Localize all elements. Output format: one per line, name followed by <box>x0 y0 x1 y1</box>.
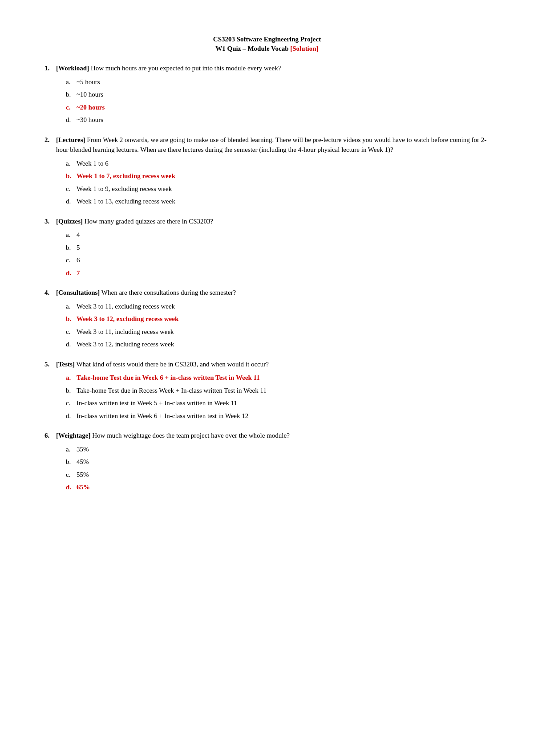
question-3-option-3-letter: c. <box>66 255 73 265</box>
question-2-option-2: b.Week 1 to 7, excluding recess week <box>66 171 490 181</box>
question-3: 3.[Quizzes] How many graded quizzes are … <box>44 216 490 278</box>
question-4-text: [Consultations] When are there consultat… <box>56 288 490 298</box>
question-1-option-1-text: ~5 hours <box>77 77 490 87</box>
page-subtitle: W1 Quiz – Module Vocab [Solution] <box>44 45 490 53</box>
question-3-option-4-letter: d. <box>66 268 73 278</box>
question-5-option-1: a.Take-home Test due in Week 6 + in-clas… <box>66 373 490 383</box>
question-4-option-4: d.Week 3 to 12, including recess week <box>66 339 490 350</box>
question-2-option-1: a.Week 1 to 6 <box>66 159 490 169</box>
question-2-option-3-letter: c. <box>66 184 73 194</box>
question-3-option-1-letter: a. <box>66 230 73 240</box>
question-2-text: [Lectures] From Week 2 onwards, we are g… <box>56 135 490 155</box>
question-1-option-2-letter: b. <box>66 89 73 100</box>
question-3-text: [Quizzes] How many graded quizzes are th… <box>56 216 490 227</box>
question-5-option-3-letter: c. <box>66 398 73 408</box>
question-6-header: 6.[Weightage] How much weightage does th… <box>44 431 490 441</box>
question-3-options: a.4b.5c.6d.7 <box>66 230 490 278</box>
question-1-option-4: d.~30 hours <box>66 115 490 125</box>
question-3-option-4: d.7 <box>66 268 490 278</box>
question-6-option-1-text: 35% <box>77 444 490 455</box>
question-1-options: a.~5 hoursb.~10 hoursc.~20 hoursd.~30 ho… <box>66 77 490 125</box>
question-6-option-1-letter: a. <box>66 444 73 455</box>
solution-badge: [Solution] <box>290 45 318 52</box>
question-2-option-4-text: Week 1 to 13, excluding recess week <box>77 196 490 207</box>
question-3-number: 3. <box>44 216 53 227</box>
question-6-category: [Weightage] <box>56 432 90 439</box>
question-5-option-1-letter: a. <box>66 373 73 383</box>
questions-list: 1.[Workload] How much hours are you expe… <box>44 63 490 492</box>
question-6-option-4-text: 65% <box>77 482 490 492</box>
page-header: CS3203 Software Engineering Project W1 Q… <box>44 36 490 53</box>
question-6-option-3-letter: c. <box>66 470 73 480</box>
question-1-option-3-text: ~20 hours <box>77 102 490 113</box>
question-4-option-1-text: Week 3 to 11, excluding recess week <box>77 301 490 312</box>
question-1-text: [Workload] How much hours are you expect… <box>56 63 490 73</box>
question-2-option-1-text: Week 1 to 6 <box>77 159 490 169</box>
question-1-option-4-letter: d. <box>66 115 73 125</box>
question-6-option-2-text: 45% <box>77 457 490 467</box>
question-4-option-3-text: Week 3 to 11, including recess week <box>77 327 490 337</box>
question-5-header: 5.[Tests] What kind of tests would there… <box>44 359 490 370</box>
question-6-number: 6. <box>44 431 53 441</box>
question-5-option-2-letter: b. <box>66 386 73 396</box>
question-1-option-2-text: ~10 hours <box>77 89 490 100</box>
question-4-option-3-letter: c. <box>66 327 73 337</box>
question-4-header: 4.[Consultations] When are there consult… <box>44 288 490 298</box>
question-6-option-2: b.45% <box>66 457 490 467</box>
question-5-option-2: b.Take-home Test due in Recess Week + In… <box>66 386 490 396</box>
question-6-options: a.35%b.45%c.55%d.65% <box>66 444 490 492</box>
question-2-option-3-text: Week 1 to 9, excluding recess week <box>77 184 490 194</box>
question-5-option-4-text: In-class written test in Week 6 + In-cla… <box>77 411 490 421</box>
question-5-text: [Tests] What kind of tests would there b… <box>56 359 490 370</box>
question-4-option-4-text: Week 3 to 12, including recess week <box>77 339 490 350</box>
question-1-option-4-text: ~30 hours <box>77 115 490 125</box>
subtitle-prefix: W1 Quiz – Module Vocab <box>215 45 290 52</box>
question-2-option-2-letter: b. <box>66 171 73 181</box>
question-2-options: a.Week 1 to 6b.Week 1 to 7, excluding re… <box>66 159 490 207</box>
question-1-category: [Workload] <box>56 65 89 72</box>
question-3-option-2-letter: b. <box>66 243 73 253</box>
question-3-option-4-text: 7 <box>77 268 490 278</box>
question-2-number: 2. <box>44 135 53 155</box>
question-3-option-1: a.4 <box>66 230 490 240</box>
question-2-option-2-text: Week 1 to 7, excluding recess week <box>77 171 490 181</box>
question-4-option-2: b.Week 3 to 12, excluding recess week <box>66 314 490 324</box>
question-5-option-3-text: In-class written test in Week 5 + In-cla… <box>77 398 490 408</box>
question-2-option-3: c.Week 1 to 9, excluding recess week <box>66 184 490 194</box>
question-5-number: 5. <box>44 359 53 370</box>
question-5-options: a.Take-home Test due in Week 6 + in-clas… <box>66 373 490 421</box>
question-5-option-4-letter: d. <box>66 411 73 421</box>
question-4-options: a.Week 3 to 11, excluding recess weekb.W… <box>66 301 490 350</box>
question-5-option-1-text: Take-home Test due in Week 6 + in-class … <box>77 373 490 383</box>
question-1-number: 1. <box>44 63 53 73</box>
question-1-option-3-letter: c. <box>66 102 73 113</box>
question-1-header: 1.[Workload] How much hours are you expe… <box>44 63 490 73</box>
question-3-category: [Quizzes] <box>56 218 83 225</box>
question-5-option-2-text: Take-home Test due in Recess Week + In-c… <box>77 386 490 396</box>
question-2-option-1-letter: a. <box>66 159 73 169</box>
question-2-category: [Lectures] <box>56 136 85 143</box>
question-1-option-1-letter: a. <box>66 77 73 87</box>
question-2: 2.[Lectures] From Week 2 onwards, we are… <box>44 135 490 207</box>
question-1-option-3: c.~20 hours <box>66 102 490 113</box>
question-4-option-4-letter: d. <box>66 339 73 350</box>
page-title: CS3203 Software Engineering Project <box>44 36 490 43</box>
question-4-option-2-letter: b. <box>66 314 73 324</box>
question-5-category: [Tests] <box>56 361 75 368</box>
question-4-option-1: a.Week 3 to 11, excluding recess week <box>66 301 490 312</box>
question-4-option-2-text: Week 3 to 12, excluding recess week <box>77 314 490 324</box>
question-6-option-2-letter: b. <box>66 457 73 467</box>
question-1-option-1: a.~5 hours <box>66 77 490 87</box>
question-4: 4.[Consultations] When are there consult… <box>44 288 490 350</box>
question-5: 5.[Tests] What kind of tests would there… <box>44 359 490 421</box>
question-3-option-3-text: 6 <box>77 255 490 265</box>
question-1: 1.[Workload] How much hours are you expe… <box>44 63 490 125</box>
question-6-option-4-letter: d. <box>66 482 73 492</box>
question-4-number: 4. <box>44 288 53 298</box>
question-2-option-4: d.Week 1 to 13, excluding recess week <box>66 196 490 207</box>
question-4-option-1-letter: a. <box>66 301 73 312</box>
question-4-option-3: c.Week 3 to 11, including recess week <box>66 327 490 337</box>
question-3-option-2: b.5 <box>66 243 490 253</box>
question-6-option-1: a.35% <box>66 444 490 455</box>
question-6-option-4: d.65% <box>66 482 490 492</box>
